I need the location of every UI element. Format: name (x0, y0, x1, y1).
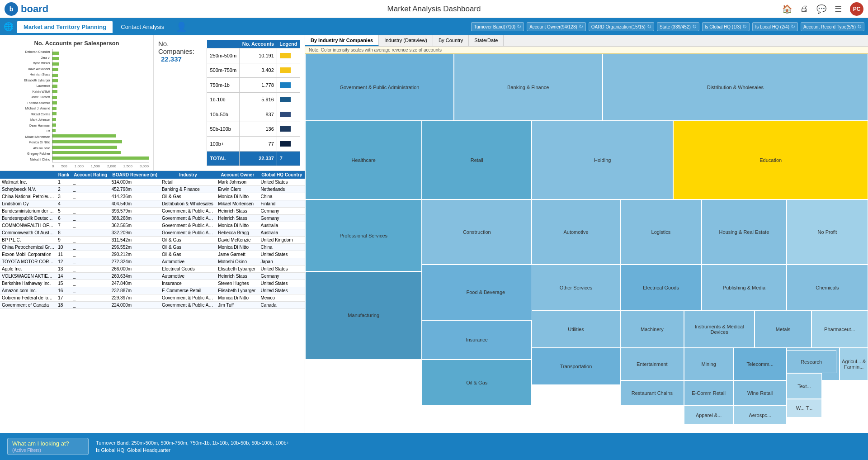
table-cell: 3 (56, 193, 71, 200)
treemap-container[interactable]: Government & Public AdministrationBankin… (305, 54, 868, 433)
bar-chart-area: No. Accounts per Salesperson Deborah Cha… (0, 35, 154, 171)
treemap-cell[interactable]: Metals (755, 311, 811, 348)
treemap-tab[interactable]: By Industry Nr Companies (305, 35, 379, 46)
treemap-cell[interactable]: Education (673, 121, 868, 199)
treemap-cell[interactable]: Entertainment (620, 348, 684, 380)
filter-refresh-1[interactable]: ↻ (579, 24, 583, 30)
treemap-cell[interactable]: Banking & Finance (454, 54, 603, 121)
table-cell: United States (259, 280, 305, 287)
bar-fill (52, 151, 121, 154)
table-row[interactable]: Apple Inc.13_266.000mElectrical GoodsEli… (0, 266, 305, 273)
bar-row (52, 79, 149, 83)
treemap-cell[interactable]: Healthcare (305, 121, 422, 199)
legend-cell (277, 48, 300, 63)
table-row[interactable]: Scheybeeck N.V.2_452.798mBanking & Finan… (0, 186, 305, 193)
treemap-cell[interactable]: Manufacturing (305, 271, 422, 360)
table-cell: Gobierno Federal de los Estados Unidos M… (0, 294, 56, 302)
treemap-cell[interactable]: Logistics (620, 199, 702, 264)
treemap-cell[interactable]: Housing & Real Estate (702, 199, 787, 264)
table-row[interactable]: China Petrochemical Group Co., Ltd.10_29… (0, 244, 305, 251)
treemap-tab[interactable]: Industry (Dataview) (379, 35, 433, 46)
menu-icon[interactable]: ☰ (835, 4, 842, 14)
treemap-cell[interactable]: Wine Retail (733, 380, 786, 406)
treemap-cell[interactable]: Utilities (532, 311, 620, 348)
treemap-cell[interactable]: Aerospc... (733, 406, 786, 424)
treemap-cell[interactable]: Oil & Gas (422, 360, 532, 406)
table-row[interactable]: Government of Canada18_224.000mGovernmen… (0, 302, 305, 309)
treemap-cell[interactable]: Other Services (532, 265, 620, 311)
treemap-cell[interactable]: Mining (684, 348, 734, 380)
filter-refresh-6[interactable]: ↻ (857, 24, 862, 30)
treemap-cell[interactable]: No Profit (787, 199, 868, 264)
treemap-cell[interactable]: Text... (787, 373, 822, 398)
treemap-cell[interactable]: Transportation (532, 348, 620, 385)
treemap-cell[interactable]: Distribution & Wholesales (603, 54, 868, 121)
filter-turnover[interactable]: Turnover Band(7/10) ↻ (471, 22, 524, 31)
filter-refresh-3[interactable]: ↻ (692, 24, 697, 30)
table-row[interactable]: Gobierno Federal de los Estados Unidos M… (0, 294, 305, 302)
treemap-tab[interactable]: By Country (433, 35, 469, 46)
filter-account-record[interactable]: Account Record Type(5/5) ↻ (801, 22, 864, 31)
treemap-cell[interactable]: Food & Beverage (422, 265, 549, 320)
filter-oard[interactable]: OARD Organization(15/15) ↻ (589, 22, 654, 31)
table-cell: Japan (259, 258, 305, 266)
treemap-cell[interactable]: Automotive (532, 199, 620, 264)
treemap-cell[interactable]: Retail (422, 121, 532, 199)
table-row[interactable]: Amazon.com Inc.16_232.887mE-Commerce Ret… (0, 287, 305, 294)
table-row[interactable]: Bundesrepublik Deutschland6_388.268mGove… (0, 215, 305, 222)
treemap-cell[interactable]: Apparel &... (684, 406, 734, 424)
home-icon[interactable]: 🏠 (782, 4, 792, 14)
treemap-cell[interactable]: Construction (422, 199, 532, 264)
filter-global-hq[interactable]: Is Global HQ (1/3) ↻ (702, 22, 750, 31)
table-row[interactable]: Bundesministerium der Finanzen5_393.579m… (0, 208, 305, 215)
table-row[interactable]: Exxon Mobil Corporation11_290.212mOil & … (0, 251, 305, 258)
table-row: 50b-100b 136 (207, 122, 300, 137)
filter-refresh-0[interactable]: ↻ (517, 24, 521, 30)
filter-account-owner[interactable]: Account Owner(94/128) ↻ (527, 22, 586, 31)
treemap-cell[interactable]: Government & Public Administration (305, 54, 454, 121)
print-icon[interactable]: 🖨 (800, 4, 808, 14)
table-row[interactable]: COMMONWEALTH OF AUSTRALIA7_362.565mGover… (0, 222, 305, 229)
filter-state[interactable]: State (339/452) ↻ (657, 22, 699, 31)
filter-local-hq[interactable]: Is Local HQ (2/4) ↻ (752, 22, 798, 31)
treemap-cell-label: Housing & Real Estate (718, 228, 770, 236)
treemap-cell[interactable]: Telecomm... (733, 348, 786, 380)
bar-row (52, 101, 149, 105)
filter-chips: Turnover Band(7/10) ↻ Account Owner(94/1… (471, 22, 864, 31)
table-cell: _ (71, 251, 110, 258)
treemap-cell[interactable]: Chemicals (787, 265, 868, 311)
chat-icon[interactable]: 💬 (816, 4, 826, 14)
treemap-tab[interactable]: State/Date (469, 35, 504, 46)
table-row[interactable]: Commonwealth Of Australia8_332.209mGover… (0, 229, 305, 237)
treemap-cell[interactable]: Machinery (620, 311, 684, 348)
nav-tab-market[interactable]: Market and Territory Planning (17, 21, 113, 33)
treemap-cell[interactable]: W... T... (787, 399, 822, 417)
treemap-cell[interactable]: Research (787, 350, 836, 373)
table-row[interactable]: Berkshire Hathaway Inc.15_247.840mInsura… (0, 280, 305, 287)
filter-refresh-5[interactable]: ↻ (791, 24, 795, 30)
filter-refresh-4[interactable]: ↻ (742, 24, 747, 30)
data-table-area[interactable]: RankAccount RatingBOARD Revenue (m)Indus… (0, 171, 305, 433)
table-row[interactable]: BP P.L.C.9_311.542mOil & GasDavid McKenz… (0, 237, 305, 244)
table-row[interactable]: TOYOTA MOTOR CORPORATION12_272.324mAutom… (0, 258, 305, 266)
treemap-cell[interactable]: Electrical Goods (620, 265, 702, 311)
bar-row (52, 134, 149, 138)
treemap-cell[interactable]: Pharmaceut... (811, 311, 868, 348)
treemap-cell[interactable]: Instruments & Medical Devices (684, 311, 755, 348)
table-row[interactable]: VOLKSWAGEN AKTIENGESELLSCHAFT14_260.634m… (0, 273, 305, 280)
table-cell: Finland (259, 200, 305, 208)
treemap-cell[interactable]: Professional Services (305, 199, 422, 271)
filter-refresh-2[interactable]: ↻ (647, 24, 651, 30)
treemap-cell[interactable]: E-Comm Retail (684, 380, 734, 406)
avatar[interactable]: PC (850, 2, 863, 16)
table-row[interactable]: Walmart Inc.1_514.000mRetailMark Johnson… (0, 179, 305, 186)
treemap-cell[interactable]: Publishing & Media (702, 265, 787, 311)
treemap-cell[interactable]: Holding (532, 121, 673, 199)
treemap-cell[interactable]: Agricul... & Farmin... (840, 348, 868, 380)
treemap-cell[interactable]: Restaurant Chains (620, 380, 684, 406)
table-row[interactable]: China National Petroleum Corporation3_41… (0, 193, 305, 200)
table-row[interactable]: Lindström Oy4_404.540mDistribution & Who… (0, 200, 305, 208)
treemap-cell[interactable]: Insurance (422, 320, 532, 360)
nav-tab-contact[interactable]: Contact Analysis (114, 21, 170, 33)
companies-table: No. Accounts Legend 250m-500m 10.191 500… (207, 40, 300, 166)
